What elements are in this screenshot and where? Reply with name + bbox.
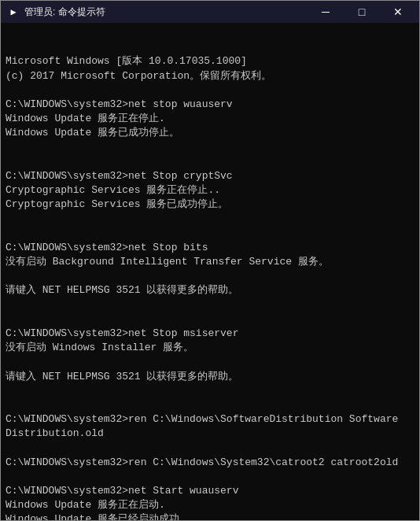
- terminal-line: C:\WINDOWS\system32>ren C:\Windows\Softw…: [6, 412, 414, 427]
- terminal-line: [6, 441, 414, 455]
- terminal-line: 请键入 NET HELPMSG 3521 以获得更多的帮助。: [6, 370, 414, 384]
- close-button[interactable]: ✕: [380, 1, 416, 23]
- terminal-output[interactable]: Microsoft Windows [版本 10.0.17035.1000](c…: [1, 23, 419, 520]
- terminal-line: C:\WINDOWS\system32>net Stop cryptSvc: [6, 169, 414, 183]
- terminal-line: C:\WINDOWS\system32>net Start wuauserv: [6, 484, 414, 498]
- terminal-line: [6, 141, 414, 155]
- terminal-line: C:\WINDOWS\system32>net stop wuauserv: [6, 98, 414, 112]
- terminal-line: Cryptographic Services 服务正在停止..: [6, 183, 414, 198]
- terminal-line: 没有启动 Windows Installer 服务。: [6, 341, 414, 355]
- terminal-line: Windows Update 服务正在启动.: [6, 498, 414, 512]
- terminal-line: Distribution.old: [6, 427, 414, 441]
- title-bar-left: ▶ 管理员: 命令提示符: [7, 6, 105, 19]
- title-buttons: ─ □ ✕: [308, 1, 416, 23]
- minimize-button[interactable]: ─: [308, 1, 344, 23]
- terminal-line: [6, 212, 414, 226]
- terminal-line: [6, 470, 414, 484]
- terminal-line: [6, 227, 414, 241]
- terminal-line: [6, 155, 414, 169]
- terminal-line: [6, 355, 414, 369]
- terminal-line: C:\WINDOWS\system32>net Stop bits: [6, 241, 414, 255]
- terminal-line: C:\WINDOWS\system32>ren C:\Windows\Syste…: [6, 456, 414, 470]
- terminal-line: Cryptographic Services 服务已成功停止。: [6, 198, 414, 212]
- terminal-line: [6, 298, 414, 312]
- terminal-line: Windows Update 服务正在停止.: [6, 112, 414, 126]
- terminal-line: 请键入 NET HELPMSG 3521 以获得更多的帮助。: [6, 283, 414, 297]
- maximize-button[interactable]: □: [344, 1, 380, 23]
- title-bar: ▶ 管理员: 命令提示符 ─ □ ✕: [1, 1, 419, 23]
- terminal-line: Microsoft Windows [版本 10.0.17035.1000]: [6, 54, 414, 68]
- terminal-line: Windows Update 服务已成功停止。: [6, 126, 414, 140]
- cmd-window: ▶ 管理员: 命令提示符 ─ □ ✕ Microsoft Windows [版本…: [0, 0, 420, 521]
- terminal-line: [6, 312, 414, 327]
- terminal-line: [6, 83, 414, 98]
- window-title: 管理员: 命令提示符: [24, 6, 105, 19]
- terminal-line: C:\WINDOWS\system32>net Stop msiserver: [6, 327, 414, 341]
- terminal-line: [6, 269, 414, 283]
- terminal-line: [6, 398, 414, 412]
- terminal-line: (c) 2017 Microsoft Corporation。保留所有权利。: [6, 69, 414, 83]
- terminal-line: 没有启动 Background Intelligent Transfer Ser…: [6, 255, 414, 269]
- terminal-line: Windows Update 服务已经启动成功。: [6, 512, 414, 520]
- window: ▶ 管理员: 命令提示符 ─ □ ✕ Microsoft Windows [版本…: [0, 0, 420, 521]
- terminal-line: [6, 384, 414, 398]
- cmd-icon: ▶: [7, 6, 20, 18]
